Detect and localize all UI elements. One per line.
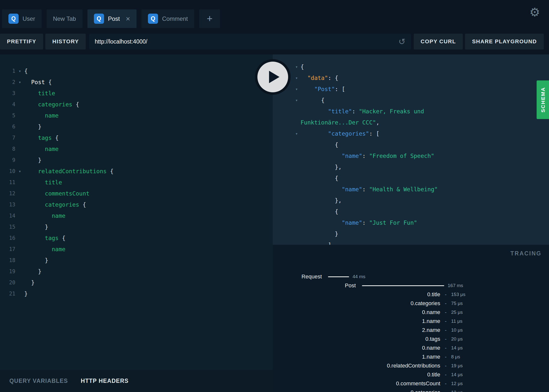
- code-token: [301, 108, 328, 115]
- trace-value: 19 μs: [451, 363, 463, 368]
- code-line: 4 categories {: [0, 99, 273, 110]
- query-editor[interactable]: 1▾{2▾ Post {3 title4 categories {5 name6…: [0, 54, 273, 299]
- trace-label: 1.name: [273, 318, 440, 324]
- trace-value: 10 μs: [451, 327, 463, 333]
- execute-query-button[interactable]: [257, 62, 288, 92]
- code-token: },: [301, 164, 342, 170]
- line-number: 19: [0, 266, 15, 277]
- http-headers-tab[interactable]: HTTP HEADERS: [81, 378, 129, 384]
- trace-value: 25 μs: [451, 310, 463, 315]
- code-token: {: [301, 175, 338, 181]
- fold-arrow-icon[interactable]: ▾: [294, 128, 300, 139]
- code-line: 9 }: [0, 155, 273, 166]
- line-number: 16: [0, 233, 15, 244]
- trace-row-field: 0.tags-20 μs: [273, 335, 549, 343]
- line-number: 6: [0, 121, 15, 132]
- tab-comment[interactable]: QComment: [141, 9, 194, 28]
- fold-slot: [15, 288, 24, 299]
- result-line: ▾ "categories": [: [301, 128, 545, 139]
- code-line: 15 }: [0, 221, 273, 233]
- code-line: 2▾ Post {: [0, 77, 273, 88]
- fold-arrow-icon[interactable]: ▾: [15, 66, 24, 77]
- fold-arrow-icon[interactable]: ▾: [294, 84, 300, 95]
- url-bar[interactable]: ↺: [89, 34, 411, 49]
- tracing-panel: TRACING Request44 msPost167 ms0.title-15…: [273, 245, 549, 392]
- close-tab-icon[interactable]: ×: [126, 15, 130, 23]
- endpoint-url-input[interactable]: [95, 38, 395, 45]
- code-token: name: [24, 213, 65, 219]
- code-text: }: [24, 121, 41, 132]
- prettify-button[interactable]: PRETTIFY: [0, 34, 43, 49]
- tab-post[interactable]: QPost×: [87, 9, 137, 28]
- query-editor-pane[interactable]: 1▾{2▾ Post {3 title4 categories {5 name6…: [0, 54, 273, 392]
- code-text: }: [24, 266, 41, 277]
- trace-dash: -: [440, 301, 451, 306]
- tab-user[interactable]: QUser: [2, 9, 42, 28]
- trace-label: Request: [273, 273, 322, 280]
- code-token: {: [48, 79, 52, 85]
- reload-schema-icon[interactable]: ↺: [398, 37, 406, 46]
- result-line: {: [301, 173, 545, 184]
- trace-dash: -: [440, 318, 451, 324]
- code-token: :: [362, 186, 369, 193]
- query-variables-tab[interactable]: QUERY VARIABLES: [9, 378, 68, 384]
- code-token: [301, 220, 342, 226]
- code-token: : {: [328, 75, 338, 81]
- fold-slot: [15, 266, 24, 277]
- fold-slot: [15, 255, 24, 266]
- code-line: 10▾ relatedContributions {: [0, 166, 273, 177]
- code-token: }: [24, 224, 48, 230]
- result-line: "name": "Just For Fun": [301, 217, 545, 228]
- code-text: title: [24, 88, 55, 99]
- trace-label: 0.title: [273, 291, 440, 298]
- code-text: Post {: [24, 77, 52, 88]
- schema-tab-button[interactable]: SCHEMA: [537, 80, 549, 119]
- code-token: relatedContributions: [24, 168, 110, 174]
- trace-value: 75 μs: [451, 301, 463, 306]
- session-panes: 1▾{2▾ Post {3 title4 categories {5 name6…: [0, 54, 549, 392]
- trace-row-resolver: Post167 ms: [273, 281, 549, 290]
- trace-label: Post: [273, 282, 356, 289]
- fold-arrow-icon[interactable]: ▾: [294, 73, 300, 84]
- code-line: 18 }: [0, 255, 273, 266]
- code-token: title: [24, 179, 62, 186]
- trace-label: 0.commentsCount: [273, 380, 440, 387]
- code-token: tags: [24, 235, 62, 241]
- fold-arrow-icon[interactable]: ▾: [294, 61, 300, 73]
- code-token: {: [76, 101, 79, 108]
- history-button[interactable]: HISTORY: [45, 34, 86, 49]
- code-token: :: [362, 153, 369, 159]
- fold-arrow-icon[interactable]: ▾: [15, 166, 24, 177]
- trace-row-field: 2.name-10 μs: [273, 326, 549, 335]
- line-number: 8: [0, 144, 15, 155]
- trace-row-field: 0.categories-75 μs: [273, 299, 549, 308]
- trace-value: 11 μs: [451, 318, 462, 324]
- line-number: 5: [0, 110, 15, 121]
- tab-new-tab[interactable]: New Tab: [47, 9, 82, 28]
- trace-label: 0.relatedContributions: [273, 363, 440, 369]
- fold-arrow-icon[interactable]: ▾: [294, 95, 300, 106]
- fold-slot: [15, 277, 24, 288]
- trace-label: 0.categories: [273, 300, 440, 307]
- result-line: "name": "Freedom of Speech": [301, 150, 545, 162]
- settings-gear-icon[interactable]: ⚙: [529, 6, 540, 18]
- trace-duration-bar: [362, 285, 444, 286]
- code-token: }: [24, 268, 41, 275]
- result-viewer[interactable]: ▾{▾ "data": {▾ "Post": [▾ { "title": "Ha…: [273, 54, 549, 245]
- result-line: "title": "Hacker, Freaks und: [301, 106, 545, 117]
- code-token: tags: [24, 135, 55, 141]
- code-text: name: [24, 110, 58, 121]
- share-playground-button[interactable]: SHARE PLAYGROUND: [465, 34, 544, 49]
- code-text: name: [24, 144, 58, 155]
- fold-arrow-icon[interactable]: ▾: [15, 77, 24, 88]
- trace-value: 44 ms: [353, 274, 365, 279]
- code-token: categories: [24, 101, 76, 108]
- copy-curl-button[interactable]: COPY CURL: [414, 34, 463, 49]
- line-number: 10: [0, 166, 15, 177]
- code-token: {: [301, 208, 338, 215]
- graphql-playground-window: QUserNew TabQPost×QComment + ⚙ PRETTIFY …: [0, 0, 549, 392]
- new-tab-button[interactable]: +: [199, 9, 220, 28]
- trace-value: 14 μs: [451, 372, 463, 377]
- fold-slot: [15, 121, 24, 132]
- line-number: 3: [0, 88, 15, 99]
